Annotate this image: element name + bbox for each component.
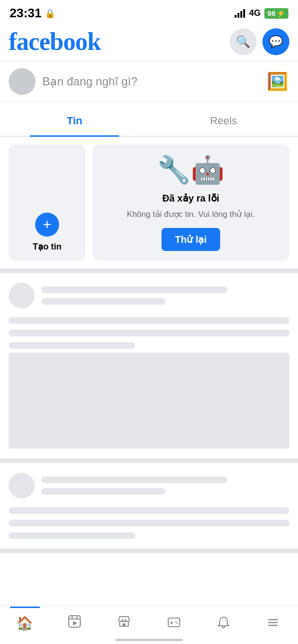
reels-icon	[68, 615, 81, 632]
story-error-card: 🔧🤖 Đã xảy ra lỗi Không tải được tin. Vui…	[92, 144, 289, 261]
svg-rect-1	[69, 619, 80, 620]
home-icon: 🏠	[16, 615, 33, 631]
create-story-card[interactable]: + Tạo tin	[9, 144, 86, 261]
facebook-logo: facebook	[9, 29, 100, 54]
svg-point-10	[175, 621, 176, 622]
svg-rect-9	[171, 621, 172, 624]
notifications-icon	[217, 616, 230, 631]
photo-video-button[interactable]: 🖼️	[265, 70, 289, 94]
photo-icon: 🖼️	[267, 72, 288, 92]
header-actions: 🔍 💬	[230, 28, 289, 55]
svg-marker-4	[73, 621, 77, 625]
messenger-button[interactable]: 💬	[262, 28, 289, 55]
marketplace-icon	[117, 615, 131, 632]
skeleton-line	[9, 532, 135, 539]
skeleton-avatar-2	[9, 473, 35, 499]
bottom-navigation: 🏠	[0, 606, 298, 644]
svg-rect-13	[268, 622, 278, 623]
nav-menu[interactable]	[248, 613, 298, 634]
home-indicator	[115, 639, 183, 641]
svg-rect-14	[268, 625, 278, 626]
post-box[interactable]: Bạn đang nghĩ gì? 🖼️	[0, 61, 298, 102]
skeleton-post-2	[0, 463, 298, 553]
error-title: Đã xảy ra lỗi	[162, 192, 220, 204]
user-avatar	[9, 68, 36, 95]
status-right: 4G 98⚡	[235, 8, 288, 19]
skeleton-line	[9, 330, 289, 336]
nav-home[interactable]: 🏠	[0, 612, 50, 634]
search-button[interactable]: 🔍	[230, 28, 257, 55]
nav-gaming[interactable]	[149, 613, 199, 634]
create-story-label: Tạo tin	[33, 241, 62, 252]
svg-rect-2	[72, 616, 73, 619]
network-label: 4G	[249, 8, 261, 18]
skeleton-line	[9, 507, 289, 514]
skeleton-post-1	[0, 273, 298, 463]
battery-indicator: 98⚡	[264, 8, 288, 19]
svg-rect-12	[268, 619, 278, 620]
post-prompt-text[interactable]: Bạn đang nghĩ gì?	[42, 75, 259, 88]
nav-marketplace[interactable]	[99, 612, 149, 634]
skeleton-line	[41, 286, 227, 293]
menu-icon	[266, 616, 280, 631]
status-time: 23:31 🔒	[10, 6, 55, 21]
app-header: facebook 🔍 💬	[0, 24, 298, 61]
stories-section: + Tạo tin 🔧🤖 Đã xảy ra lỗi Không tải đượ…	[0, 137, 298, 273]
tab-tin[interactable]: Tin	[0, 106, 149, 136]
retry-button[interactable]: Thử lại	[161, 228, 220, 251]
skeleton-line	[9, 342, 135, 349]
svg-rect-6	[123, 623, 125, 626]
create-story-plus-icon: +	[35, 213, 59, 237]
tab-reels[interactable]: Reels	[149, 106, 298, 136]
svg-rect-3	[76, 616, 77, 619]
search-icon: 🔍	[236, 35, 250, 48]
signal-icon	[235, 9, 245, 18]
nav-reels[interactable]	[50, 612, 99, 634]
svg-rect-0	[69, 616, 80, 627]
skeleton-line	[9, 520, 289, 526]
error-illustration: 🔧🤖	[157, 154, 224, 186]
status-bar: 23:31 🔒 4G 98⚡	[0, 0, 298, 24]
svg-rect-7	[168, 618, 180, 627]
error-subtitle: Không tải được tin. Vui lòng thử lại.	[127, 209, 255, 220]
messenger-icon: 💬	[269, 35, 283, 48]
skeleton-line	[41, 488, 165, 495]
skeleton-image-1	[9, 353, 289, 449]
skeleton-line	[9, 317, 289, 324]
skeleton-line	[41, 298, 165, 305]
svg-point-11	[176, 622, 178, 624]
gaming-icon	[167, 616, 181, 631]
skeleton-avatar-1	[9, 283, 35, 309]
feed-tabs: Tin Reels	[0, 106, 298, 137]
lock-icon: 🔒	[45, 8, 55, 19]
nav-notifications[interactable]	[199, 613, 248, 634]
skeleton-line	[41, 477, 227, 483]
